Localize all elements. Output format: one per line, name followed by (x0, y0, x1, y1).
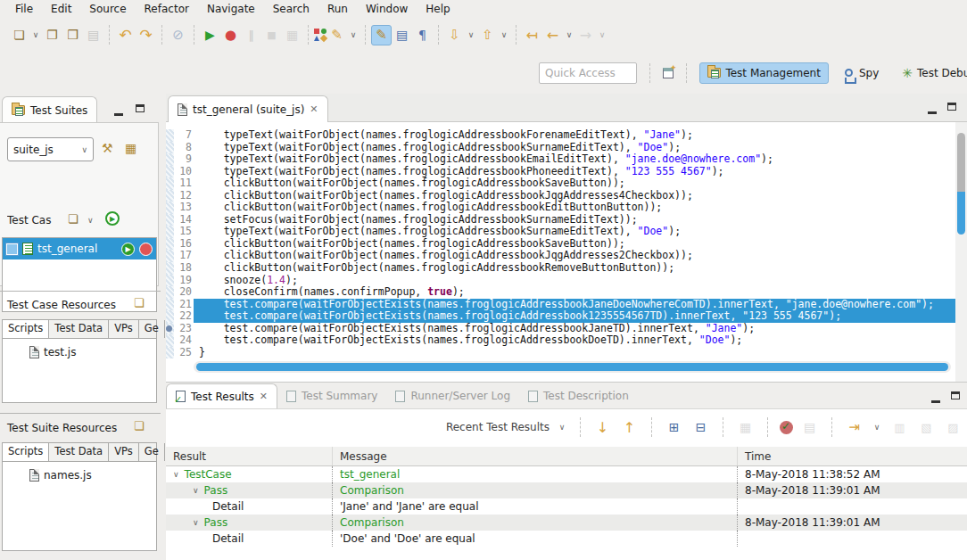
new-test-case-icon[interactable]: ❏ (68, 212, 79, 226)
table-row[interactable]: ∨PassComparison8-May-2018 11:39:01 AM (166, 482, 967, 498)
minimize-editor-button[interactable] (928, 104, 937, 117)
resource-file-row[interactable]: test.js (3, 339, 156, 358)
resource-tab-vps[interactable]: VPs (109, 443, 139, 461)
menu-run[interactable]: Run (319, 1, 356, 17)
collapse-all-icon[interactable]: ⊟ (690, 417, 711, 438)
back-chevron[interactable]: ∨ (563, 25, 575, 45)
minimize-results-button[interactable] (931, 393, 940, 406)
menu-edit[interactable]: Edit (43, 1, 79, 17)
resource-tab-scripts[interactable]: Scripts (3, 320, 49, 338)
resource-tab-ge[interactable]: Ge (139, 320, 165, 338)
jump-to-next-icon[interactable]: ↓ (592, 417, 613, 438)
back-icon[interactable]: ← (542, 25, 563, 45)
screenshot-icon[interactable]: ▦ (735, 417, 756, 438)
code-line-9[interactable]: 9 typeText(waitForObject(names.froglogic… (166, 153, 955, 166)
new-test-suite-icon[interactable]: ❏ (9, 25, 29, 45)
code-line-11[interactable]: 11 clickButton(waitForObject(names.frogl… (166, 177, 955, 190)
code-line-10[interactable]: 10 typeText(waitForObject(names.froglogi… (166, 166, 955, 178)
spy-tool-icon[interactable]: ✎ (326, 25, 347, 45)
suite-selector[interactable]: suite_js ∨ (7, 137, 94, 161)
resource-tab-scripts[interactable]: Scripts (3, 443, 49, 461)
code-editor[interactable]: 7 typeText(waitForObject(names.froglogic… (166, 122, 967, 382)
code-line-25[interactable]: 25} (166, 347, 955, 359)
save-report-icon[interactable]: ▧ (916, 417, 937, 438)
column-result[interactable]: Result (166, 450, 332, 463)
table-row[interactable]: ∨TestCasetst_general8-May-2018 11:38:52 … (166, 466, 967, 482)
suite-config-icon[interactable]: ▦ (125, 141, 136, 155)
test-case-row[interactable]: tst_general ▶ (3, 238, 156, 259)
results-table-header[interactable]: Result Message Time (166, 447, 967, 466)
table-row[interactable]: Detail'Doe' and 'Doe' are equal (166, 531, 967, 547)
expand-chevron-icon[interactable]: ∨ (173, 470, 179, 479)
code-line-23[interactable]: 23 test.compare(waitForObjectExists(name… (166, 323, 955, 335)
code-line-7[interactable]: 7 typeText(waitForObject(names.froglogic… (166, 129, 955, 142)
perspective-spy[interactable]: Spy (838, 63, 886, 83)
code-line-19[interactable]: 19 snooze(1.4); (166, 275, 955, 287)
code-line-12[interactable]: 12 clickButton(waitForObject(names.frogl… (166, 190, 955, 202)
new-resource-icon[interactable]: ❏ (134, 419, 145, 432)
next-annotation-chevron[interactable]: ∨ (465, 25, 477, 45)
quick-access-input[interactable] (539, 62, 637, 84)
close-icon[interactable]: ✕ (260, 391, 268, 402)
menu-help[interactable]: Help (417, 1, 458, 17)
jump-to-previous-icon[interactable]: ↑ (619, 417, 640, 438)
import-results-icon[interactable]: ▨ (943, 417, 963, 438)
menu-refactor[interactable]: Refactor (136, 1, 197, 17)
run-test-case-icon[interactable]: ▶ (121, 243, 135, 256)
column-message[interactable]: Message (332, 447, 737, 465)
results-tab-test-results[interactable]: Test Results✕ (166, 383, 277, 408)
new-test-suite-chevron[interactable]: ∨ (29, 25, 42, 45)
menu-navigate[interactable]: Navigate (199, 1, 263, 17)
pause-icon[interactable]: ∥ (241, 25, 261, 45)
new-test-case-chevron[interactable]: ∨ (87, 216, 94, 225)
suite-settings-icon[interactable]: ⚒ (102, 141, 113, 155)
results-tab-test-description[interactable]: Test Description (519, 383, 638, 408)
code-line-22[interactable]: 22 test.compare(waitForObjectExists(name… (166, 310, 955, 323)
last-edit-location-icon[interactable]: ↤ (522, 25, 542, 45)
code-line-14[interactable]: 14 setFocus(waitForObject(names.froglogi… (166, 214, 955, 226)
resource-file-row[interactable]: names.js (3, 462, 156, 482)
code-line-17[interactable]: 17 clickButton(waitForObject(names.frogl… (166, 250, 955, 262)
next-difference-chevron[interactable]: ∨ (871, 417, 883, 438)
show-whitespace-icon[interactable]: ¶ (412, 25, 433, 45)
expand-chevron-icon[interactable]: ∨ (193, 486, 199, 495)
object-map-icon[interactable] (314, 29, 326, 41)
divider[interactable] (0, 413, 161, 414)
run-snippet-icon[interactable]: ▦ (282, 25, 302, 45)
code-line-16[interactable]: 16 clickButton(waitForObject(names.frogl… (166, 238, 955, 251)
close-icon[interactable]: ✕ (310, 103, 318, 115)
run-test-suite-icon[interactable]: ▶ (200, 25, 220, 45)
results-tab-runner-server-log[interactable]: Runner/Server Log (386, 383, 519, 408)
code-line-8[interactable]: 8 typeText(waitForObject(names.froglogic… (166, 142, 955, 154)
stop-test-case-icon[interactable] (139, 243, 153, 256)
open-perspective-icon[interactable] (663, 68, 674, 78)
perspective-test-debugging[interactable]: ✳Test Debugging (895, 62, 967, 84)
record-icon[interactable]: ● (220, 25, 241, 45)
expand-chevron-icon[interactable]: ∨ (193, 518, 199, 527)
recent-results-chevron[interactable]: ∨ (556, 417, 568, 438)
show-editor-icon[interactable]: ▤ (392, 25, 412, 45)
perspective-test-management[interactable]: Test Management (699, 62, 829, 84)
recent-test-results-label[interactable]: Recent Test Results (446, 421, 550, 433)
expand-all-icon[interactable]: ⊞ (664, 417, 684, 438)
next-annotation-icon[interactable]: ⇩ (444, 25, 465, 45)
highlight-icon[interactable]: ✎ (371, 25, 392, 45)
maximize-editor-button[interactable] (947, 101, 956, 113)
resource-tab-vps[interactable]: VPs (109, 320, 139, 338)
code-line-20[interactable]: 20 closeConfirm(names.confirmPopup, true… (166, 286, 955, 299)
resource-tab-test-data[interactable]: Test Data (49, 320, 109, 338)
horizontal-scrollbar[interactable] (194, 361, 951, 373)
menu-source[interactable]: Source (81, 1, 134, 17)
minimize-panel-button[interactable] (114, 106, 123, 119)
spy-tool-chevron[interactable]: ∨ (347, 25, 360, 45)
forward-icon[interactable]: → (575, 25, 596, 45)
table-row[interactable]: Detail'Jane' and 'Jane' are equal (166, 498, 967, 515)
editor-tab[interactable]: tst_general (suite_js) ✕ (168, 95, 328, 122)
results-tab-test-summary[interactable]: Test Summary (277, 383, 386, 408)
code-line-21[interactable]: 21 test.compare(waitForObjectExists(name… (166, 299, 955, 311)
forward-chevron[interactable]: ∨ (596, 25, 608, 45)
open-test-suite-icon[interactable]: ❒ (62, 25, 83, 45)
code-line-15[interactable]: 15 typeText(waitForObject(names.froglogi… (166, 226, 955, 238)
run-all-test-cases-icon[interactable]: ▶ (105, 211, 120, 226)
new-resource-icon[interactable]: ❏ (134, 296, 145, 309)
